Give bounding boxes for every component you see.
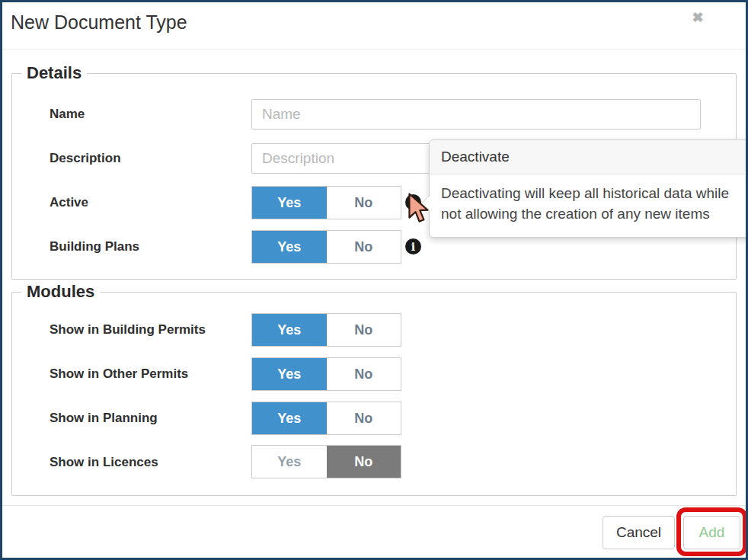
- building-plans-toggle[interactable]: Yes No: [251, 230, 401, 264]
- show-other-permits-toggle[interactable]: Yes No: [251, 357, 401, 391]
- active-toggle-yes[interactable]: Yes: [252, 187, 327, 219]
- close-icon[interactable]: ✖: [686, 6, 709, 29]
- details-legend: Details: [21, 64, 87, 82]
- building-plans-toggle-yes[interactable]: Yes: [252, 231, 327, 263]
- active-toggle-no[interactable]: No: [327, 187, 401, 219]
- toggle-yes[interactable]: Yes: [252, 446, 327, 478]
- active-info-icon[interactable]: i: [405, 194, 421, 210]
- new-document-type-modal: New Document Type ✖ Details Name Descrip…: [0, 0, 748, 560]
- add-button[interactable]: Add: [683, 516, 740, 549]
- cancel-button[interactable]: Cancel: [603, 516, 675, 549]
- toggle-no[interactable]: No: [327, 314, 401, 346]
- show-building-permits-toggle[interactable]: Yes No: [251, 313, 401, 347]
- building-plans-info-icon[interactable]: i: [405, 238, 421, 254]
- toggle-yes[interactable]: Yes: [252, 358, 327, 390]
- active-toggle[interactable]: Yes No: [251, 186, 401, 219]
- show-licences-toggle[interactable]: Yes No: [251, 445, 401, 478]
- building-plans-toggle-no[interactable]: No: [327, 231, 401, 263]
- tooltip-body: Deactivating will keep all historical da…: [430, 174, 748, 237]
- toggle-no[interactable]: No: [327, 358, 401, 390]
- footer-divider: [0, 505, 748, 506]
- toggle-no[interactable]: No: [327, 446, 401, 478]
- description-label: Description: [50, 151, 121, 166]
- name-input[interactable]: [251, 99, 701, 130]
- deactivate-tooltip: Deactivate Deactivating will keep all hi…: [429, 139, 748, 238]
- show-other-permits-label: Show in Other Permits: [50, 366, 188, 382]
- active-label: Active: [50, 195, 88, 210]
- toggle-no[interactable]: No: [327, 402, 401, 434]
- modules-legend: Modules: [21, 283, 100, 301]
- building-plans-label: Building Plans: [50, 239, 139, 254]
- name-label: Name: [50, 107, 85, 122]
- show-licences-label: Show in Licences: [50, 455, 158, 470]
- header-divider: [0, 49, 748, 50]
- show-building-permits-label: Show in Building Permits: [50, 322, 206, 338]
- toggle-yes[interactable]: Yes: [252, 402, 327, 434]
- toggle-yes[interactable]: Yes: [252, 314, 327, 346]
- show-planning-label: Show in Planning: [50, 411, 158, 426]
- modal-title: New Document Type: [11, 11, 187, 34]
- tooltip-title: Deactivate: [430, 140, 748, 174]
- show-planning-toggle[interactable]: Yes No: [251, 402, 401, 435]
